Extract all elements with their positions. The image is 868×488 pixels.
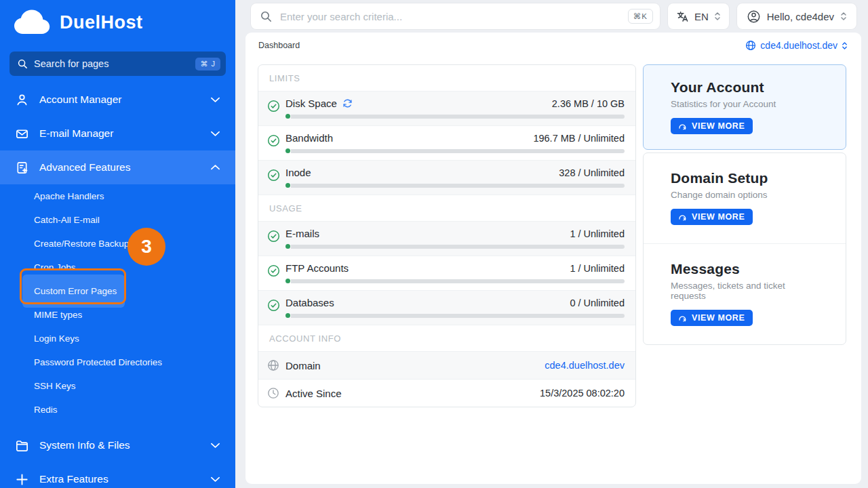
check-circle-icon — [267, 98, 285, 119]
domain-link[interactable]: cde4.duelhost.dev — [545, 360, 625, 371]
domain-selector-value: cde4.duelhost.dev — [760, 40, 837, 51]
right-column: Your Account Statistics for your Account… — [643, 64, 846, 407]
user-circle-icon — [747, 9, 761, 24]
your-account-card: Your Account Statistics for your Account… — [643, 64, 846, 150]
info-row-domain: Domain cde4.duelhost.dev — [258, 352, 635, 380]
card-title: Messages — [671, 261, 818, 277]
sidebar-search-placeholder: Search for pages — [34, 58, 195, 69]
messages-card: Messages Messages, tickets and ticket re… — [644, 243, 846, 344]
card-subtitle: Messages, tickets and ticket requests — [671, 281, 818, 301]
progress-bar — [285, 148, 625, 153]
sidebar-item-account-manager[interactable]: Account Manager — [0, 83, 235, 117]
view-more-button[interactable]: VIEW MORE — [671, 118, 753, 134]
progress-bar — [285, 183, 625, 188]
clock-icon — [267, 387, 285, 399]
chevron-down-icon — [210, 96, 220, 103]
submenu-item-mime-types[interactable]: MIME types — [0, 303, 235, 327]
chevron-down-icon — [210, 442, 220, 449]
section-header-limits: LIMITS — [258, 65, 635, 92]
check-circle-icon — [267, 167, 285, 188]
search-icon — [18, 59, 28, 69]
check-circle-icon — [267, 262, 285, 283]
chevron-up-icon — [210, 164, 220, 171]
check-circle-icon — [267, 228, 285, 249]
topbar: Enter your search criteria... ⌘K EN Hell… — [245, 0, 868, 33]
submenu-item-create-restore-backups[interactable]: Create/Restore Backups — [0, 232, 235, 256]
submenu-item-catch-all-email[interactable]: Catch-All E-mail — [0, 208, 235, 232]
search-icon — [260, 11, 272, 22]
globe-icon — [745, 40, 756, 51]
cloud-logo-icon — [11, 7, 53, 38]
chevron-down-icon — [210, 476, 220, 483]
sidebar-item-system-info-files[interactable]: System Info & Files — [0, 428, 235, 462]
external-arrow-icon — [677, 121, 687, 131]
select-chevrons-icon — [842, 41, 848, 50]
info-row-active-since: Active Since 15/3/2025 08:02:20 — [258, 380, 635, 407]
progress-bar — [285, 114, 625, 119]
domain-selector[interactable]: cde4.duelhost.dev — [745, 40, 848, 51]
external-arrow-icon — [677, 313, 687, 323]
progress-bar — [285, 279, 625, 283]
stat-row-ftp-accounts: FTP Accounts 1 / Unlimited — [258, 256, 635, 291]
stat-row-databases: Databases 0 / Unlimited — [258, 291, 635, 325]
view-more-button[interactable]: VIEW MORE — [671, 310, 753, 326]
brand-logo[interactable]: DuelHost — [0, 0, 235, 42]
global-search-placeholder: Enter your search criteria... — [280, 11, 628, 22]
card-title: Your Account — [671, 79, 818, 96]
view-more-button[interactable]: VIEW MORE — [671, 209, 753, 225]
section-header-account-info: ACCOUNT INFO — [258, 325, 635, 352]
folder-icon — [15, 439, 29, 453]
language-label: EN — [694, 11, 709, 22]
progress-bar — [285, 244, 625, 249]
card-subtitle: Statistics for your Account — [671, 99, 818, 109]
check-circle-icon — [267, 132, 285, 153]
global-search-input[interactable]: Enter your search criteria... ⌘K — [251, 3, 660, 29]
sidebar-nav: Account Manager E-mail Manager Advanced … — [0, 83, 235, 488]
card-title: Domain Setup — [671, 170, 818, 186]
submenu-item-password-protected-directories[interactable]: Password Protected Directories — [0, 350, 235, 374]
user-menu[interactable]: Hello, cde4dev — [737, 3, 856, 29]
stats-card: LIMITS Disk Space 2.36 MB / 10 GB — [258, 64, 636, 407]
stat-row-disk-space: Disk Space 2.36 MB / 10 GB — [258, 92, 635, 126]
progress-bar — [285, 313, 625, 318]
card-subtitle: Change domain options — [671, 190, 818, 200]
document-gear-icon — [15, 161, 29, 175]
external-arrow-icon — [677, 212, 687, 222]
stat-row-emails: E-mails 1 / Unlimited — [258, 222, 635, 256]
sidebar: DuelHost Search for pages ⌘ J Account Ma… — [0, 0, 235, 488]
main-panel: Dashboard cde4.duelhost.dev LIMITS Disk … — [245, 33, 861, 484]
envelope-icon — [15, 127, 29, 141]
chevron-down-icon — [210, 130, 220, 137]
breadcrumb: Dashboard — [258, 41, 300, 50]
submenu-item-redis[interactable]: Redis — [0, 398, 235, 422]
sidebar-item-email-manager[interactable]: E-mail Manager — [0, 117, 235, 150]
sidebar-item-extra-features[interactable]: Extra Features — [0, 462, 235, 488]
submenu-item-ssh-keys[interactable]: SSH Keys — [0, 374, 235, 398]
brand-name: DuelHost — [60, 12, 143, 33]
select-chevrons-icon — [714, 12, 721, 21]
translate-icon — [676, 10, 689, 23]
refresh-icon[interactable] — [342, 98, 353, 108]
stat-row-bandwidth: Bandwidth 196.7 MB / Unlimited — [258, 126, 635, 161]
sidebar-item-advanced-features[interactable]: Advanced Features — [0, 150, 235, 184]
user-icon — [15, 93, 29, 107]
advanced-features-submenu: Apache Handlers Catch-All E-mail Create/… — [0, 184, 235, 422]
language-selector[interactable]: EN — [668, 3, 729, 29]
section-header-usage: USAGE — [258, 195, 635, 222]
submenu-item-apache-handlers[interactable]: Apache Handlers — [0, 184, 235, 208]
select-chevrons-icon — [840, 12, 847, 21]
stat-row-inode: Inode 328 / Unlimited — [258, 161, 635, 195]
user-greeting: Hello, cde4dev — [767, 11, 834, 22]
submenu-item-custom-error-pages[interactable]: Custom Error Pages — [0, 279, 235, 303]
check-circle-icon — [267, 297, 285, 318]
globe-icon — [267, 359, 285, 371]
plus-icon — [15, 472, 29, 487]
domain-setup-card: Domain Setup Change domain options VIEW … — [644, 153, 846, 243]
sidebar-search-input[interactable]: Search for pages ⌘ J — [9, 52, 226, 76]
shortcut-badge: ⌘ J — [195, 58, 220, 70]
breadcrumb-row: Dashboard cde4.duelhost.dev — [245, 33, 861, 58]
shortcut-cards: Domain Setup Change domain options VIEW … — [643, 152, 846, 345]
shortcut-badge: ⌘K — [628, 9, 653, 24]
submenu-item-login-keys[interactable]: Login Keys — [0, 327, 235, 350]
